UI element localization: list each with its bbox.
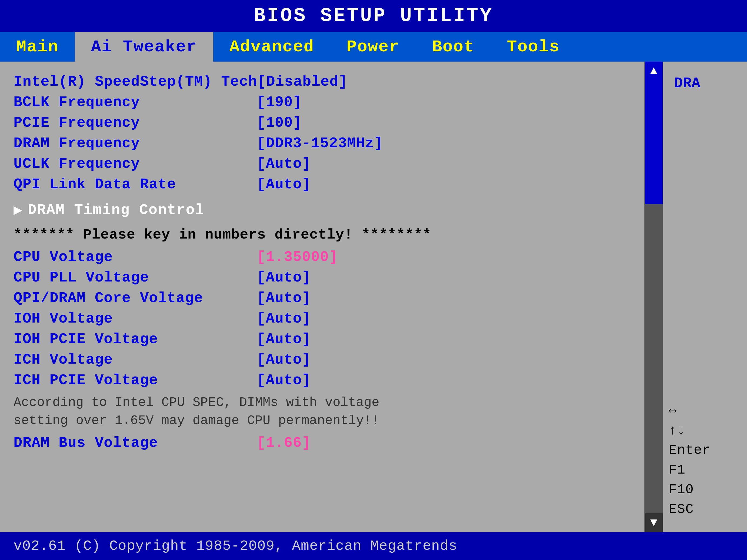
setting-ich[interactable]: ICH Voltage [Auto]: [14, 350, 631, 369]
legend-up-down: ↑↓: [669, 423, 739, 438]
setting-speedstep[interactable]: Intel(R) SpeedStep(TM) Tech [Disabled]: [14, 72, 631, 91]
pcie-freq-label: PCIE Frequency: [14, 114, 257, 131]
legend-enter: Enter: [669, 443, 739, 458]
dram-freq-value: [DDR3-1523MHz]: [257, 135, 383, 152]
cpu-voltage-value: [1.35000]: [257, 249, 338, 265]
legend-f1: F1: [669, 462, 739, 478]
legend-esc: ESC: [669, 502, 739, 517]
tab-tools[interactable]: Tools: [491, 32, 576, 61]
tab-advanced[interactable]: Advanced: [213, 32, 331, 61]
bclk-value: [190]: [257, 94, 302, 110]
scrollbar-track[interactable]: ▲ ▼: [644, 61, 663, 532]
uclk-label: UCLK Frequency: [14, 156, 257, 172]
footer-text: v02.61 (C) Copyright 1985-2009, American…: [14, 538, 457, 554]
ioh-pcie-label: IOH PCIE Voltage: [14, 331, 257, 347]
scrollbar-fill-top: [645, 80, 663, 204]
ich-label: ICH Voltage: [14, 351, 257, 368]
ioh-pcie-value: [Auto]: [257, 331, 311, 347]
legend-f10: F10: [669, 482, 739, 497]
setting-qpi-dram[interactable]: QPI/DRAM Core Voltage [Auto]: [14, 289, 631, 307]
ioh-label: IOH Voltage: [14, 311, 257, 327]
submenu-dram-timing-label: DRAM Timing Control: [28, 202, 205, 218]
dram-bus-value: [1.66]: [257, 435, 311, 451]
dra-label: DRA: [669, 67, 739, 91]
setting-ich-pcie[interactable]: ICH PCIE Voltage [Auto]: [14, 371, 631, 389]
cpu-voltage-label: CPU Voltage: [14, 249, 257, 265]
setting-ioh-pcie[interactable]: IOH PCIE Voltage [Auto]: [14, 330, 631, 348]
legend-panel: DRA ↔ ↑↓ Enter F1 F10 ESC: [663, 61, 747, 532]
bios-screen: BIOS SETUP UTILITY Main Ai Tweaker Advan…: [0, 0, 747, 560]
bclk-label: BCLK Frequency: [14, 94, 257, 110]
submenu-arrow-icon: ▶: [14, 201, 22, 219]
cpu-pll-label: CPU PLL Voltage: [14, 269, 257, 286]
qpi-dram-value: [Auto]: [257, 290, 311, 306]
info-line-2: setting over 1.65V may damage CPU perman…: [14, 412, 631, 430]
qpi-label: QPI Link Data Rate: [14, 176, 257, 193]
setting-qpi[interactable]: QPI Link Data Rate [Auto]: [14, 175, 631, 193]
scrollbar-fill-bottom: [645, 204, 663, 513]
setting-bclk[interactable]: BCLK Frequency [190]: [14, 93, 631, 111]
content-area: Intel(R) SpeedStep(TM) Tech [Disabled] B…: [0, 61, 644, 532]
ich-pcie-value: [Auto]: [257, 372, 311, 389]
dram-bus-label: DRAM Bus Voltage: [14, 435, 257, 451]
qpi-dram-label: QPI/DRAM Core Voltage: [14, 290, 257, 306]
speedstep-value: [Disabled]: [257, 74, 347, 90]
setting-cpu-voltage[interactable]: CPU Voltage [1.35000]: [14, 248, 631, 266]
nav-tabs: Main Ai Tweaker Advanced Power Boot Tool…: [0, 32, 747, 61]
setting-dram-bus[interactable]: DRAM Bus Voltage [1.66]: [14, 433, 631, 452]
submenu-dram-timing[interactable]: ▶ DRAM Timing Control: [14, 201, 631, 219]
cpu-pll-value: [Auto]: [257, 269, 311, 286]
setting-ioh[interactable]: IOH Voltage [Auto]: [14, 309, 631, 328]
tab-boot[interactable]: Boot: [416, 32, 491, 61]
footer: v02.61 (C) Copyright 1985-2009, American…: [0, 532, 747, 560]
legend-left-right: ↔: [669, 403, 739, 419]
ich-value: [Auto]: [257, 351, 311, 368]
speedstep-label: Intel(R) SpeedStep(TM) Tech: [14, 74, 257, 90]
pcie-freq-value: [100]: [257, 114, 302, 131]
scroll-down-icon[interactable]: ▼: [645, 513, 663, 532]
uclk-value: [Auto]: [257, 156, 311, 172]
setting-dram-freq[interactable]: DRAM Frequency [DDR3-1523MHz]: [14, 134, 631, 152]
setting-cpu-pll[interactable]: CPU PLL Voltage [Auto]: [14, 268, 631, 287]
tab-ai-tweaker[interactable]: Ai Tweaker: [75, 32, 213, 61]
title-bar: BIOS SETUP UTILITY: [0, 0, 747, 32]
info-line-1: According to Intel CPU SPEC, DIMMs with …: [14, 394, 631, 412]
ioh-value: [Auto]: [257, 311, 311, 327]
tab-power[interactable]: Power: [331, 32, 416, 61]
ich-pcie-label: ICH PCIE Voltage: [14, 372, 257, 389]
setting-uclk[interactable]: UCLK Frequency [Auto]: [14, 155, 631, 173]
info-text-block: According to Intel CPU SPEC, DIMMs with …: [14, 394, 631, 430]
warning-row: ******* Please key in numbers directly! …: [14, 227, 631, 243]
scroll-up-icon[interactable]: ▲: [645, 61, 663, 80]
main-content: Intel(R) SpeedStep(TM) Tech [Disabled] B…: [0, 61, 747, 532]
warning-text: ******* Please key in numbers directly! …: [14, 227, 431, 243]
qpi-value: [Auto]: [257, 176, 311, 193]
setting-pcie-freq[interactable]: PCIE Frequency [100]: [14, 113, 631, 132]
dram-freq-label: DRAM Frequency: [14, 135, 257, 152]
right-area: ▲ ▼ DRA ↔ ↑↓ Enter F1 F10 ESC: [644, 61, 747, 532]
bios-title: BIOS SETUP UTILITY: [254, 5, 493, 27]
tab-main[interactable]: Main: [0, 32, 75, 61]
